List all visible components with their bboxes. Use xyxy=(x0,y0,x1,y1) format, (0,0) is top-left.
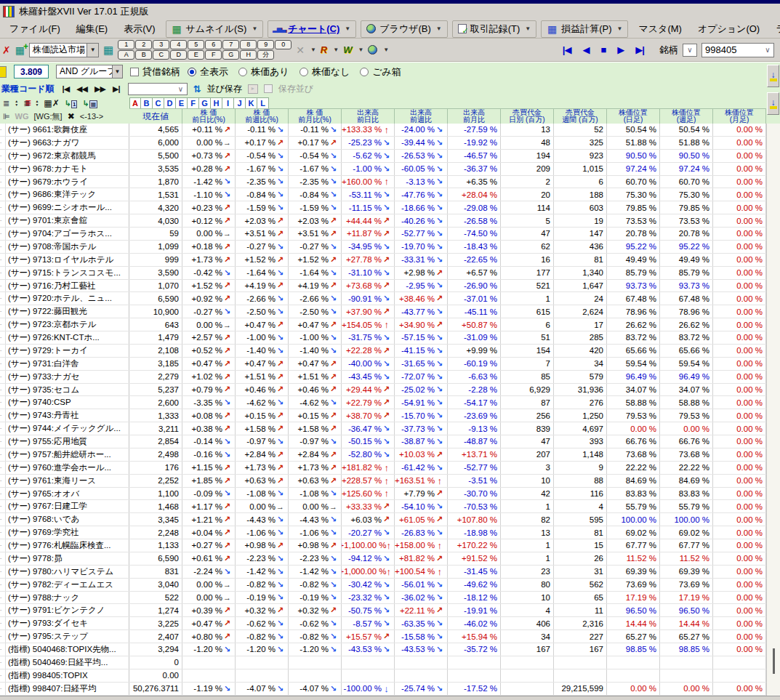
radio-button-1[interactable] xyxy=(238,68,247,76)
export-button-top[interactable]: ↓ xyxy=(767,65,779,87)
tab-I[interactable]: I xyxy=(222,97,234,108)
symbol-mini-arrow-icon[interactable]: ∨ xyxy=(683,44,696,56)
table-row[interactable]: ‐(サー) 9704:アゴーラホス...590.00 %→+3.51 %↗+3.… xyxy=(0,228,766,241)
table-row[interactable]: ‐(サー) 9701:東京會舘4,030+0.12 %↗+2.03 %↗+2.0… xyxy=(0,214,766,228)
menu-trade-record[interactable]: 取引記録(T)▼ xyxy=(452,20,537,38)
letter-button-D[interactable]: D xyxy=(170,50,187,60)
table-row[interactable]: ‐(サー) 9768:いであ3,345+1.21 %↗-4.43 %↘-4.43… xyxy=(0,513,766,526)
ranking-tool-icon[interactable]: R xyxy=(321,44,327,55)
tab-D[interactable]: D xyxy=(164,97,176,108)
market-select[interactable]: 株価読込市場 ▼ xyxy=(29,43,99,57)
tab-B[interactable]: B xyxy=(141,97,153,108)
table-row[interactable]: ‐(サー) 9755:応用地質2,854-0.14 %↘-0.97 %↘-0.9… xyxy=(0,435,766,448)
column-header-10[interactable]: 株価位置(週足) xyxy=(660,108,713,124)
digit-button-6[interactable]: 6 xyxy=(205,40,222,49)
column-header-8[interactable]: 売買代金週間 (百万) xyxy=(554,108,607,124)
playback-button-1[interactable]: ◀ xyxy=(579,44,593,56)
save-sort-icon[interactable]: ⇅ xyxy=(193,84,201,94)
menu-dropdown-icon[interactable]: ▼ xyxy=(436,25,442,32)
column-spinner-icon[interactable]: ▲▼ xyxy=(35,100,39,107)
column-header-0[interactable]: 現在値 xyxy=(129,108,182,124)
tab-A[interactable]: A xyxy=(129,97,141,108)
letter-button-G[interactable]: G xyxy=(222,50,239,60)
tab-G[interactable]: G xyxy=(199,97,211,108)
digit-button-1[interactable]: 1 xyxy=(118,40,134,49)
table-row[interactable]: ‐(サー) 9699:ニシオホール...4,320+0.23 %↗-1.59 %… xyxy=(0,201,766,214)
tab-F[interactable]: F xyxy=(188,97,199,108)
vertical-scrollbar-thumb[interactable] xyxy=(773,648,775,674)
menu-file[interactable]: ファイル(F) xyxy=(1,20,68,38)
table-row[interactable]: ‐(サー) 9715:トランスコスモ...3,590-0.42 %↘-1.64 … xyxy=(0,267,766,280)
watch-dropdown-icon[interactable]: ▼ xyxy=(358,47,363,53)
table-row[interactable]: ‐(サー) 9767:日建工学1,468+1.17 %↗0.00 %→0.00 … xyxy=(0,500,766,513)
digit-button-3[interactable]: 3 xyxy=(153,40,169,49)
menu-chart[interactable]: ▂▅▃チャート(C)▼ xyxy=(268,20,356,38)
playback-button-4[interactable]: ▶| xyxy=(632,44,648,56)
digit-button-0[interactable]: 0 xyxy=(275,40,292,49)
table-row[interactable]: ‐(サー) 9679:ホウライ1,870-1.42 %↘-2.35 %↘-2.3… xyxy=(0,176,766,189)
letter-button-B[interactable]: B xyxy=(135,50,152,60)
sort-nav-button-1[interactable]: ◀◀ xyxy=(74,84,89,94)
letter-button-F[interactable]: F xyxy=(205,50,222,60)
table-row[interactable]: ‐(サー) 9663:ナガワ6,0000.00 %→+0.17 %↗+0.17 … xyxy=(0,137,766,150)
radio-button-0[interactable] xyxy=(188,68,196,76)
table-row[interactable]: ‐(サー) 9791:ビケンテクノ1,274+0.39 %↗+0.32 %↗+0… xyxy=(0,604,766,617)
column-header-1[interactable]: 株 価前日比(%) xyxy=(182,108,236,124)
tab-H[interactable]: H xyxy=(211,97,222,108)
table-row[interactable]: ‐(サー) 9735:セコム5,237+0.79 %↗+0.46 %↗+0.46… xyxy=(0,384,766,397)
add-stock-icon[interactable]: ▦ xyxy=(15,44,25,56)
column-header-9[interactable]: 株価位置(日足) xyxy=(607,108,660,124)
column-width-label[interactable]: <-13-> xyxy=(80,112,103,121)
ranking-dropdown-icon[interactable]: ▼ xyxy=(333,47,339,53)
table-row[interactable]: ‐(サー) 9723:京都ホテル6430.00 %→+0.47 %↗+0.47 … xyxy=(0,318,766,331)
table-row[interactable]: ‐(サー) 9678:カナモト3,535+0.28 %↗-1.67 %↘-1.6… xyxy=(0,163,766,176)
filter-value[interactable]: 3.809 xyxy=(14,65,49,79)
radio-option-3[interactable]: ごみ箱 xyxy=(360,65,401,79)
market-select-arrow-icon[interactable]: ▼ xyxy=(87,44,98,57)
delete-stock-icon[interactable]: ✗ xyxy=(2,44,11,56)
menu-edit[interactable]: 編集(E) xyxy=(68,20,116,38)
group-select[interactable]: AND グループ ▼ xyxy=(56,65,123,79)
clear-selection-icon[interactable]: ✕ xyxy=(296,44,305,56)
table-row[interactable]: ‐(指標) 998405:TOPIX0.00 xyxy=(0,669,766,683)
symbol-code-select[interactable]: 998405 ∨ xyxy=(701,43,774,57)
digit-button-8[interactable]: 8 xyxy=(240,40,257,49)
table-row[interactable]: ‐(指標) 998407:日経平均50,276.3711-1.19 %↘-4.0… xyxy=(0,683,766,696)
table-row[interactable]: ‐(サー) 9661:歌舞伎座4,565+0.11 %↗-0.11 %↘-0.1… xyxy=(0,124,766,137)
column-header-6[interactable]: 出来高前月比 xyxy=(448,108,501,124)
symbol-mini-select[interactable]: ∨ xyxy=(683,44,697,57)
table-row[interactable]: ‐(サー) 9686:東洋テック1,531-1.10 %↘-0.84 %↘-0.… xyxy=(0,188,766,201)
menu-view[interactable]: 表示(V) xyxy=(116,20,163,38)
table-row[interactable]: ‐(サー) 9716:乃村工藝社1,070+1.52 %↗+4.19 %↗+4.… xyxy=(0,280,766,293)
indent-icon[interactable]: ⊫ xyxy=(3,112,10,121)
letter-button-分[interactable]: 分 xyxy=(257,50,274,60)
sort-preset-arrow-icon[interactable]: ∨ xyxy=(175,84,187,94)
table-row[interactable]: ‐(サー) 9672:東京都競馬5,500+0.73 %↗-0.54 %↘-0.… xyxy=(0,150,766,163)
digit-button-9[interactable]: 9 xyxy=(257,40,274,49)
digit-button-2[interactable]: 2 xyxy=(135,40,152,49)
table-row[interactable]: ‐(サー) 9720:ホテル、ニュ...6,590+0.92 %↗-2.66 %… xyxy=(0,292,766,305)
sort-nav-button-2[interactable]: ▶▶ xyxy=(92,84,108,94)
radio-button-3[interactable] xyxy=(360,68,369,76)
table-row[interactable]: ‐(サー) 9731:白洋舎3,185+0.47 %↗+0.47 %↗+0.47… xyxy=(0,358,766,371)
grid-view-icon[interactable]: ▦ xyxy=(103,44,113,57)
marked-list-icon[interactable]: ≣ xyxy=(23,99,30,108)
menu-browser[interactable]: ブラウザ(B)▼ xyxy=(361,20,447,38)
web-dropdown-icon[interactable]: ▼ xyxy=(383,47,389,53)
digit-button-5[interactable]: 5 xyxy=(188,40,204,49)
table-row[interactable]: ‐(サー) 9769:学究社2,248+0.04 %↗-1.06 %↘-1.06… xyxy=(0,526,766,539)
jump-one-icon[interactable]: ↳1 xyxy=(65,99,78,108)
tab-K[interactable]: K xyxy=(246,97,257,108)
playback-button-0[interactable]: |◀ xyxy=(559,44,575,56)
table-row[interactable]: ‐(サー) 9782:ディーエムエス3,0400.00 %→-0.82 %↘-0… xyxy=(0,579,766,592)
table-row[interactable]: ‐(サー) 9757:船井総研ホー...2,498-0.16 %↘+2.84 %… xyxy=(0,448,766,462)
table-row[interactable]: ‐(サー) 9793:ダイセキ3,225+0.47 %↗-0.62 %↘-0.6… xyxy=(0,617,766,630)
loan-stock-checkbox[interactable] xyxy=(130,68,139,76)
menu-options[interactable]: オプション(O) xyxy=(690,20,768,38)
tab-L[interactable]: L xyxy=(257,97,269,108)
radio-option-1[interactable]: 株価あり xyxy=(238,65,289,79)
sort-preset-select[interactable]: ∨ xyxy=(128,83,188,95)
row-spinner-icon[interactable]: ▲▼ xyxy=(15,100,18,107)
menu-master[interactable]: マスタ(M) xyxy=(630,20,689,38)
sort-nav-button-0[interactable]: |◀ xyxy=(60,84,72,94)
